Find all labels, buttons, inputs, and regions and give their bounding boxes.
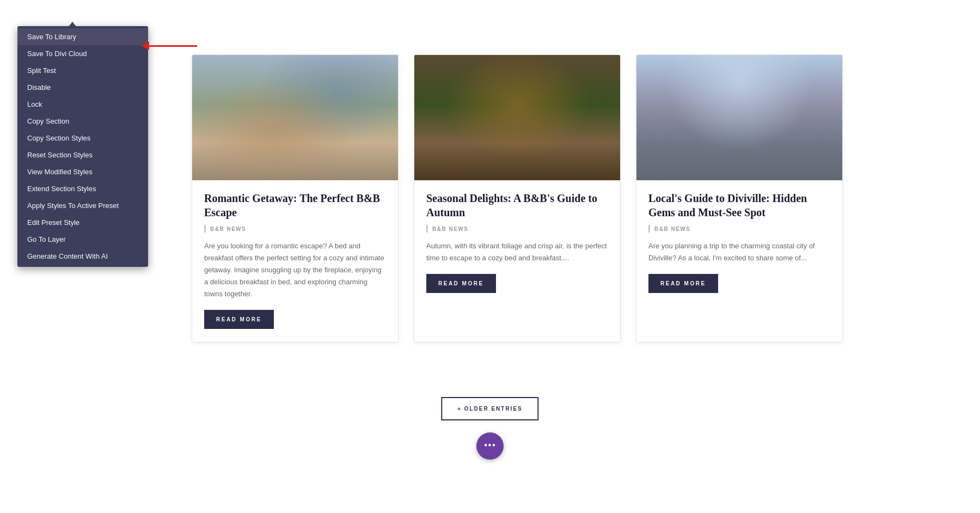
menu-item-edit-preset-style[interactable]: Edit Preset Style xyxy=(17,214,148,231)
context-menu: Save To LibrarySave To Divi CloudSplit T… xyxy=(17,26,148,267)
blog-card-category: B&B NEWS xyxy=(432,226,468,232)
menu-item-generate-content-with-ai[interactable]: Generate Content With AI xyxy=(17,248,148,265)
blog-card-title: Seasonal Delights: A B&B's Guide to Autu… xyxy=(426,191,608,219)
blog-card-title: Local's Guide to Diviville: Hidden Gems … xyxy=(648,191,830,219)
blog-card-category: B&B NEWS xyxy=(654,226,690,232)
read-more-button[interactable]: READ MORE xyxy=(648,274,718,293)
blog-card-excerpt: Are you looking for a romantic escape? A… xyxy=(204,240,386,300)
highlight-arrow xyxy=(142,41,197,50)
blog-card-image xyxy=(414,55,620,180)
meta-bar xyxy=(426,225,428,233)
menu-item-copy-section[interactable]: Copy Section xyxy=(17,113,148,130)
arrow-line xyxy=(148,45,197,47)
menu-item-apply-styles-to-active-preset[interactable]: Apply Styles To Active Preset xyxy=(17,197,148,214)
menu-pointer xyxy=(68,22,77,27)
meta-bar xyxy=(648,225,650,233)
floating-action-button[interactable]: ••• xyxy=(476,432,504,460)
floating-btn-dots-icon: ••• xyxy=(484,441,496,450)
blog-card-excerpt: Autumn, with its vibrant foliage and cri… xyxy=(426,240,608,264)
menu-item-split-test[interactable]: Split Test xyxy=(17,62,148,79)
menu-item-lock[interactable]: Lock xyxy=(17,96,148,113)
menu-item-disable[interactable]: Disable xyxy=(17,79,148,96)
blog-card-card-3: Local's Guide to Diviville: Hidden Gems … xyxy=(636,54,843,343)
menu-item-go-to-layer[interactable]: Go To Layer xyxy=(17,231,148,248)
menu-item-reset-section-styles[interactable]: Reset Section Styles xyxy=(17,146,148,163)
blog-card-excerpt: Are you planning a trip to the charming … xyxy=(648,240,830,264)
meta-bar xyxy=(204,225,206,233)
blog-card-image xyxy=(192,55,398,180)
read-more-button[interactable]: READ MORE xyxy=(426,274,496,293)
blog-card-category: B&B NEWS xyxy=(210,226,246,232)
menu-item-extend-section-styles[interactable]: Extend Section Styles xyxy=(17,180,148,197)
menu-item-copy-section-styles[interactable]: Copy Section Styles xyxy=(17,130,148,146)
older-entries-button[interactable]: « OLDER ENTRIES xyxy=(441,397,538,420)
blog-card-title: Romantic Getaway: The Perfect B&B Escape xyxy=(204,191,386,219)
menu-item-save-to-divi-cloud[interactable]: Save To Divi Cloud xyxy=(17,45,148,62)
menu-item-view-modified-styles[interactable]: View Modified Styles xyxy=(17,163,148,180)
read-more-button[interactable]: READ MORE xyxy=(204,310,274,329)
blog-card-image xyxy=(636,55,842,180)
blog-section: Romantic Getaway: The Perfect B&B Escape… xyxy=(98,54,936,343)
menu-item-save-to-library[interactable]: Save To Library xyxy=(17,28,148,45)
blog-card-card-1: Romantic Getaway: The Perfect B&B Escape… xyxy=(192,54,399,343)
older-entries-container: « OLDER ENTRIES xyxy=(441,397,538,420)
blog-card-card-2: Seasonal Delights: A B&B's Guide to Autu… xyxy=(414,54,621,343)
